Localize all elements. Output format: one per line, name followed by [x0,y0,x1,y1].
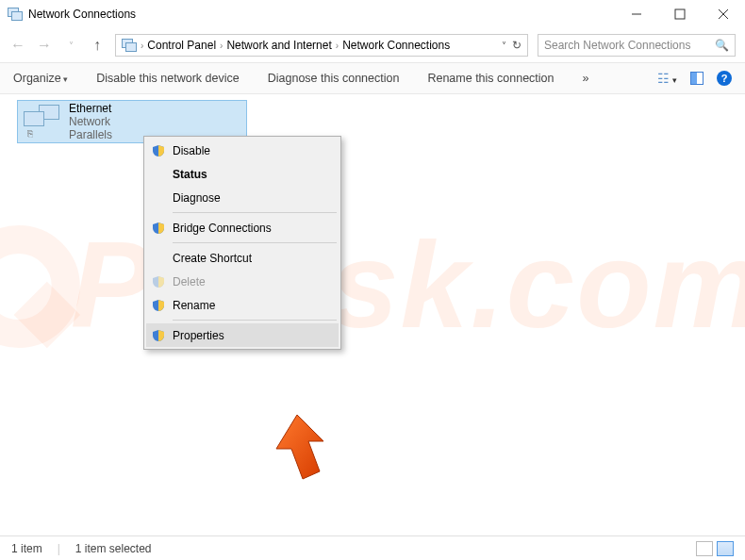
chevron-down-icon[interactable]: ˅ [502,41,506,51]
status-bar: 1 item | 1 item selected [0,535,745,560]
more-commands-button[interactable]: » [583,72,589,85]
search-placeholder: Search Network Connections [544,39,690,52]
icons-view-icon[interactable] [717,541,734,556]
view-options-icon[interactable]: ☷ ▾ [657,71,677,86]
separator [173,320,337,321]
breadcrumb[interactable]: › Control Panel › Network and Internet ›… [115,34,528,57]
ctx-diagnose[interactable]: Diagnose [146,186,339,209]
search-icon: 🔍 [715,39,729,52]
shield-icon [152,299,165,312]
chevron-right-icon: › [336,41,339,51]
adapter-network: Network [69,115,112,128]
shield-icon [152,144,165,157]
back-button[interactable]: ← [9,37,26,54]
window-title: Network Connections [28,8,136,21]
refresh-button[interactable]: ↻ [512,39,522,52]
title-bar: Network Connections [0,0,745,28]
ctx-bridge[interactable]: Bridge Connections [146,216,339,239]
address-bar: ← → ˅ ↑ › Control Panel › Network and In… [0,28,745,62]
maximize-button[interactable] [658,0,702,28]
shield-icon [152,222,165,235]
up-button[interactable]: ↑ [89,37,106,54]
separator [173,212,337,213]
content-area: ⎘ Ethernet Network Parallels Disable Sta… [0,94,745,528]
cursor-arrow-icon [269,413,335,489]
separator [173,242,337,243]
shield-icon [152,275,165,288]
crumb-network-internet[interactable]: Network and Internet [226,39,331,52]
chevron-right-icon: › [141,41,143,51]
diagnose-button[interactable]: Diagnose this connection [268,72,400,85]
crumb-network-connections[interactable]: Network Connections [342,39,450,52]
forward-button[interactable]: → [36,37,53,54]
minimize-button[interactable] [615,0,658,28]
organize-button[interactable]: Organize [13,72,68,85]
command-bar: Organize Disable this network device Dia… [0,62,745,94]
shield-icon [152,329,165,342]
ctx-status[interactable]: Status [146,162,339,186]
ctx-rename[interactable]: Rename [146,293,339,317]
app-icon [8,8,23,21]
close-button[interactable] [702,0,745,28]
context-menu: Disable Status Diagnose Bridge Connectio… [143,136,341,350]
help-icon[interactable]: ? [717,71,732,86]
crumb-control-panel[interactable]: Control Panel [147,39,216,52]
item-count: 1 item [11,542,42,555]
search-input[interactable]: Search Network Connections 🔍 [538,34,736,57]
ctx-disable[interactable]: Disable [146,139,339,162]
ctx-properties[interactable]: Properties [146,323,339,347]
selection-count: 1 item selected [75,542,152,555]
recent-button[interactable]: ˅ [62,41,79,51]
disable-device-button[interactable]: Disable this network device [96,72,239,85]
ctx-delete: Delete [146,270,339,293]
ethernet-icon: ⎘ [24,105,61,139]
adapter-name: Ethernet [69,102,112,115]
details-view-icon[interactable] [696,541,713,556]
svg-rect-1 [675,9,685,19]
rename-button[interactable]: Rename this connection [427,72,554,85]
chevron-right-icon: › [220,41,223,51]
ctx-shortcut[interactable]: Create Shortcut [146,246,339,270]
preview-pane-icon[interactable] [690,72,704,85]
adapter-device: Parallels [69,128,112,141]
location-icon [122,39,137,52]
